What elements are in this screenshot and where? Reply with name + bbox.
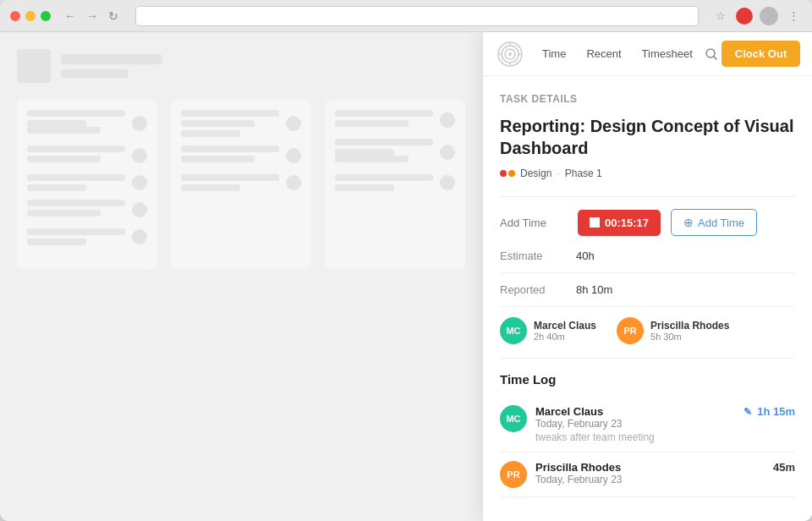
extension-icon[interactable] [736,8,753,25]
entry-name: Marcel Claus [535,405,735,418]
menu-icon[interactable]: ⋮ [785,8,802,25]
main-area: Time Recent Timesheet Clock Out Task Det… [0,32,812,521]
panel-nav: Time Recent Timesheet Clock Out [483,32,812,76]
entry-date: Today, February 23 [535,474,765,485]
estimate-row: Estimate 40h [500,239,795,273]
entry-date: Today, February 23 [535,418,735,430]
reporter-name: Marcel Claus [534,320,596,332]
reported-row: Reported 8h 10m [500,273,795,307]
entry-description: tweaks after team meeting [535,431,735,443]
refresh-button[interactable]: ↻ [105,8,122,25]
dot-red [500,170,507,177]
timelog-entries: MC Marcel Claus Today, February 23 tweak… [500,397,795,497]
nav-item-timesheet[interactable]: Timesheet [634,42,701,65]
browser-window: ← → ↻ ☆ ⋮ [0,0,812,521]
reporter-name: Priscilla Rhodes [650,320,729,332]
traffic-lights [10,11,51,21]
nav-buttons: ← → ↻ [61,8,122,25]
entry-time: ✎ 1h 15m [743,405,795,418]
search-icon[interactable] [705,42,718,66]
svg-point-3 [508,52,512,56]
reported-people: MC Marcel Claus 2h 40m PR Priscilla Rhod… [500,317,795,359]
tag-separator: · [557,167,559,179]
entry-info: Priscilla Rhodes Today, February 23 [535,461,765,485]
timelog-entry: PR Priscilla Rhodes Today, February 23 4… [500,452,795,497]
entry-avatar: PR [500,461,527,488]
left-content [0,32,482,521]
dot-orange [508,170,515,177]
add-time-button[interactable]: ⊕ Add Time [671,209,757,236]
svg-line-9 [714,57,716,59]
reporter-item: MC Marcel Claus 2h 40m [500,317,596,344]
timer-value: 00:15:17 [605,217,649,229]
address-bar[interactable] [135,6,699,26]
timelog-title: Time Log [500,372,795,387]
app-logo [497,41,524,68]
toolbar-icons: ☆ ⋮ [712,7,802,25]
back-button[interactable]: ← [61,8,80,25]
tag-phase: Phase 1 [565,167,602,179]
entry-name: Priscilla Rhodes [535,461,765,474]
add-time-row: Add Time 00:15:17 ⊕ Add Time [500,209,795,236]
entry-info: Marcel Claus Today, February 23 tweaks a… [535,405,735,443]
estimate-value: 40h [576,250,595,262]
task-title: Reporting: Design Concept of Visual Dash… [500,115,795,159]
panel-body: Task Details Reporting: Design Concept o… [483,76,812,521]
edit-icon[interactable]: ✎ [743,406,752,418]
title-bar: ← → ↻ ☆ ⋮ [0,0,812,32]
reported-value: 8h 10m [576,283,612,296]
close-button[interactable] [10,11,20,21]
add-time-btn-label: Add Time [698,217,744,229]
reporter-item: PR Priscilla Rhodes 5h 30m [617,317,729,344]
clock-out-button[interactable]: Clock Out [721,41,800,67]
reported-label: Reported [500,283,576,296]
entry-avatar: MC [500,405,527,432]
timelog-entry: MC Marcel Claus Today, February 23 tweak… [500,397,795,452]
estimate-label: Estimate [500,250,576,262]
tag-name: Design [520,167,551,179]
divider-1 [500,196,795,197]
reporter-time: 2h 40m [534,332,596,342]
add-time-label: Add Time [500,217,568,229]
entry-time: 45m [773,461,795,474]
profile-avatar[interactable] [760,7,778,25]
entry-time-value: 1h 15m [757,405,795,418]
maximize-button[interactable] [41,11,51,21]
stop-icon [590,217,600,228]
bookmark-icon[interactable]: ☆ [712,8,729,25]
forward-button[interactable]: → [83,8,102,25]
reporter-avatar: PR [617,317,644,344]
right-panel: Time Recent Timesheet Clock Out Task Det… [482,32,812,521]
reporter-time: 5h 30m [650,332,729,342]
reporter-avatar: MC [500,317,527,344]
nav-item-time[interactable]: Time [534,42,574,65]
task-meta: Design · Phase 1 [500,167,795,179]
tag-dots [500,170,515,177]
timer-button[interactable]: 00:15:17 [578,210,661,236]
nav-item-recent[interactable]: Recent [578,42,629,65]
plus-icon: ⊕ [683,216,694,229]
minimize-button[interactable] [25,11,36,21]
task-details-label: Task Details [500,93,795,105]
